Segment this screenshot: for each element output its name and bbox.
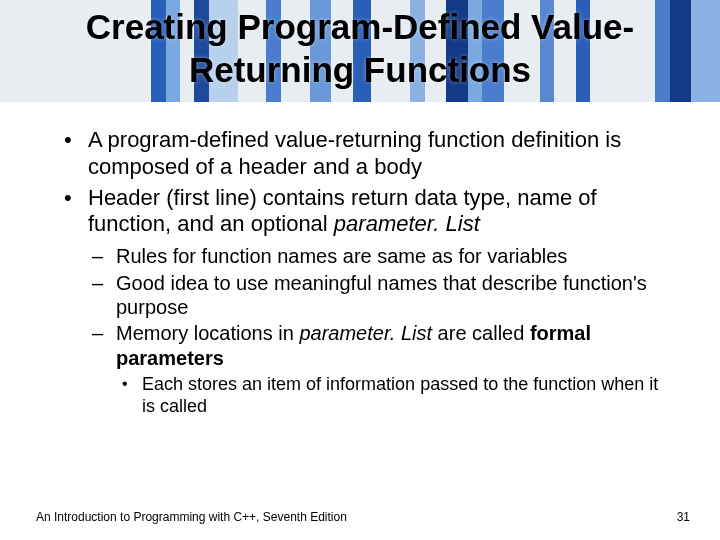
sub-bullet-1-text: Rules for function names are same as for…	[116, 245, 567, 267]
bullet-1: A program-defined value-returning functi…	[60, 127, 670, 181]
subsub-bullet-1: Each stores an item of information passe…	[116, 374, 670, 418]
title-line-2: Returning Functions	[189, 50, 531, 89]
sub-bullet-2: Good idea to use meaningful names that d…	[88, 271, 670, 320]
bullet-1-text: A program-defined value-returning functi…	[88, 127, 621, 179]
bullet-2: Header (first line) contains return data…	[60, 185, 670, 419]
sub-bullet-2-text: Good idea to use meaningful names that d…	[116, 272, 647, 318]
sub-bullet-1: Rules for function names are same as for…	[88, 244, 670, 268]
sub-bullet-3-pre: Memory locations in	[116, 322, 299, 344]
sub-bullet-3-mid: are called	[438, 322, 530, 344]
footer-source: An Introduction to Programming with C++,…	[36, 510, 347, 524]
slide-body: A program-defined value-returning functi…	[60, 127, 670, 422]
title-line-1: Creating Program-Defined Value-	[86, 7, 634, 46]
bullet-2-italic: parameter. List	[334, 211, 480, 236]
page-number: 31	[677, 510, 690, 524]
slide-title: Creating Program-Defined Value- Returnin…	[0, 6, 720, 91]
subsub-bullet-1-text: Each stores an item of information passe…	[142, 374, 658, 416]
sub-bullet-3-italic: parameter. List	[299, 322, 437, 344]
sub-bullet-3: Memory locations in parameter. List are …	[88, 321, 670, 418]
